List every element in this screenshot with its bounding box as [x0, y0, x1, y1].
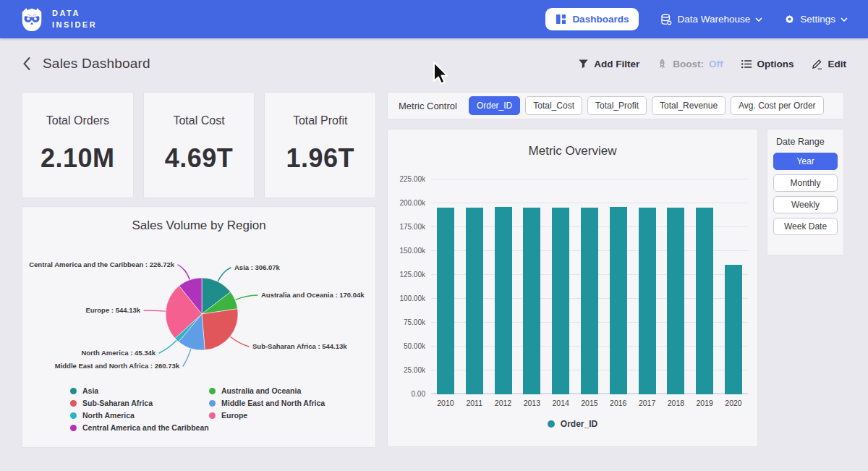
legend-label: Central America and the Caribbean	[82, 423, 209, 432]
x-axis-label: 2010	[431, 399, 460, 407]
bar-2016[interactable]	[610, 207, 627, 394]
pie-label-australia-and-oceania: Australia and Oceania : 170.04k	[261, 291, 365, 299]
pie-legend-item-central-america-and-the-caribbean[interactable]: Central America and the Caribbean	[70, 423, 209, 432]
metric-chip-total-revenue[interactable]: Total_Revenue	[652, 96, 726, 115]
kpi-card-total-cost: Total Cost4.69T	[143, 92, 255, 198]
page-title: Sales Dashboard	[43, 56, 150, 72]
data-warehouse-menu[interactable]: Data Warehouse	[660, 14, 762, 25]
pie-legend-item-sub-saharan-africa[interactable]: Sub-Saharan Africa	[70, 399, 209, 407]
legend-dot	[70, 425, 77, 431]
sales-volume-panel: Sales Volume by Region Asia : 306.07kAus…	[22, 206, 376, 448]
bar-xlabels: 2010201120122013201420152016201720182019…	[431, 399, 748, 407]
kpi-value: 1.96T	[286, 143, 354, 174]
metric-chip-order-id[interactable]: Order_ID	[469, 96, 520, 115]
bar-plot: 0.0025.00k50.00k75.00k100.00k125.00k150.…	[431, 166, 748, 394]
x-axis-label: 2018	[662, 399, 691, 407]
bar-column	[517, 166, 546, 394]
legend-label: Sub-Saharan Africa	[82, 399, 153, 407]
bar-column	[604, 166, 633, 394]
date-range-year[interactable]: Year	[773, 153, 838, 170]
metric-control-buttons: Order_IDTotal_CostTotal_ProfitTotal_Reve…	[469, 96, 824, 115]
y-axis-tick: 100.00k	[388, 294, 425, 302]
edit-button[interactable]: Edit	[812, 58, 847, 69]
pie-chart-title: Sales Volume by Region	[22, 218, 375, 233]
kpi-label: Total Profit	[293, 114, 348, 127]
boost-toggle[interactable]: Boost: Off	[657, 59, 723, 69]
y-axis-tick: 25.00k	[388, 366, 425, 374]
dashboards-button[interactable]: Dashboards	[545, 8, 639, 30]
bar-2013[interactable]	[523, 208, 540, 394]
y-axis-tick: 75.00k	[388, 318, 425, 326]
x-axis-label: 2016	[604, 399, 633, 407]
kpi-label: Total Cost	[173, 114, 224, 127]
legend-dot	[70, 412, 77, 419]
chevron-down-icon	[755, 17, 762, 22]
bar-column	[719, 166, 748, 394]
legend-label: Middle East and North Africa	[221, 399, 325, 407]
date-range-monthly[interactable]: Monthly	[773, 174, 838, 192]
pie-leader-line	[183, 349, 191, 366]
pie-leader-line	[159, 341, 176, 353]
pie-legend-item-europe[interactable]: Europe	[209, 411, 325, 420]
bar-legend-item[interactable]: Order_ID	[388, 419, 757, 429]
rocket-icon	[657, 59, 668, 69]
bar-2012[interactable]	[495, 207, 512, 394]
legend-dot	[70, 388, 77, 394]
bar-2010[interactable]	[437, 208, 454, 394]
settings-label: Settings	[800, 14, 835, 25]
pie-leader-line	[236, 295, 258, 300]
y-axis-tick: 125.00k	[388, 271, 425, 279]
metric-control-bar: Metric Control Order_IDTotal_CostTotal_P…	[387, 92, 844, 119]
pie-label-sub-saharan-africa: Sub-Saharan Africa : 544.13k	[252, 342, 347, 350]
bar-2011[interactable]	[466, 208, 483, 394]
settings-menu[interactable]: Settings	[784, 14, 848, 25]
pie-legend-item-middle-east-and-north-africa[interactable]: Middle East and North Africa	[209, 399, 325, 407]
kpi-card-total-profit: Total Profit1.96T	[264, 92, 376, 198]
bar-2015[interactable]	[581, 208, 598, 394]
bar-chart-title: Metric Overview	[388, 144, 757, 158]
back-button[interactable]	[20, 55, 33, 72]
date-range-panel: Date Range YearMonthlyWeeklyWeek Date	[767, 129, 844, 255]
date-range-weekly[interactable]: Weekly	[773, 196, 838, 213]
metric-chip-total-cost[interactable]: Total_Cost	[525, 96, 582, 115]
bar-column	[690, 166, 719, 394]
kpi-label: Total Orders	[46, 114, 109, 127]
header-actions: Add Filter Boost: Off Options	[578, 58, 846, 69]
page-header: Sales Dashboard Add Filter Boost: Off	[0, 45, 868, 82]
legend-dot	[209, 400, 216, 407]
metric-chip-total-profit[interactable]: Total_Profit	[587, 96, 647, 115]
pie-slice-sub-saharan-africa[interactable]	[202, 309, 238, 350]
edit-label: Edit	[828, 59, 847, 69]
brand-name: DATA INSIDER	[52, 8, 97, 31]
x-axis-label: 2020	[719, 399, 748, 407]
add-filter-button[interactable]: Add Filter	[578, 59, 639, 69]
y-axis-tick: 150.00k	[388, 247, 425, 255]
bar-2014[interactable]	[552, 208, 569, 394]
bar-2019[interactable]	[696, 208, 713, 394]
pencil-icon	[812, 58, 823, 69]
pie-legend-item-asia[interactable]: Asia	[70, 386, 209, 395]
owl-logo-icon	[19, 6, 45, 33]
data-warehouse-label: Data Warehouse	[677, 14, 750, 25]
bar-2017[interactable]	[639, 208, 656, 394]
metric-chip-avg-cost-per-order[interactable]: Avg. Cost per Order	[731, 96, 824, 115]
pie-label-asia: Asia : 306.07k	[234, 263, 280, 271]
top-nav: DATA INSIDER Dashboards D	[0, 0, 868, 38]
options-button[interactable]: Options	[741, 59, 794, 69]
bar-2018[interactable]	[667, 208, 684, 394]
pie-legend-item-north-america[interactable]: North America	[70, 411, 209, 420]
bar-2020[interactable]	[725, 265, 742, 394]
pie-legend-item-australia-and-oceania[interactable]: Australia and Oceania	[209, 386, 325, 395]
back-chevron-icon	[22, 56, 31, 71]
pie-legend-col2: Australia and OceaniaMiddle East and Nor…	[209, 386, 325, 423]
y-axis-tick: 175.00k	[388, 223, 425, 231]
x-axis-label: 2013	[517, 399, 546, 407]
pie-legend: AsiaSub-Saharan AfricaNorth AmericaCentr…	[22, 386, 375, 437]
date-range-week-date[interactable]: Week Date	[773, 218, 838, 235]
pie-area: Asia : 306.07kAustralia and Oceania : 17…	[22, 239, 377, 381]
brand-logo[interactable]: DATA INSIDER	[19, 6, 97, 33]
bar-column	[460, 166, 489, 394]
kpi-card-total-orders: Total Orders2.10M	[22, 92, 134, 198]
legend-dot	[548, 420, 555, 428]
pie-leader-line	[231, 337, 249, 347]
